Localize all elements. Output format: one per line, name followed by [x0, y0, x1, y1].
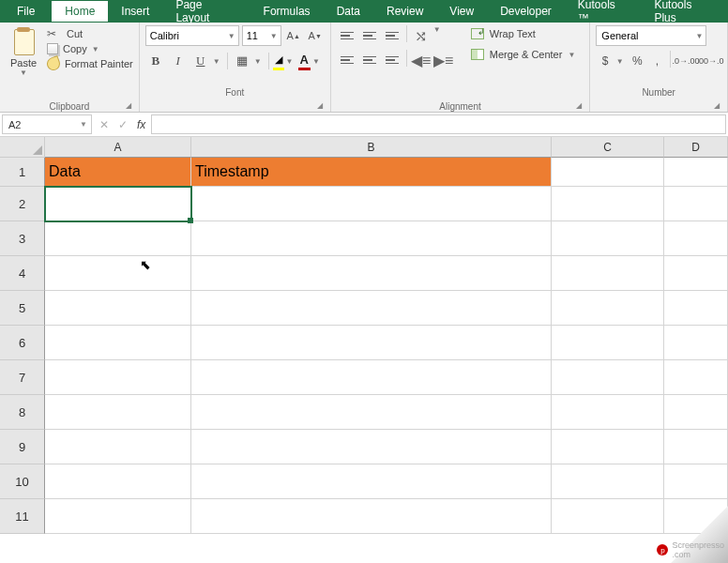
- tab-data[interactable]: Data: [324, 0, 373, 22]
- number-dialog-launcher[interactable]: ◢: [596, 101, 721, 110]
- cell-b5[interactable]: [191, 291, 552, 326]
- cell-d11[interactable]: [664, 499, 728, 534]
- cell-a1[interactable]: Data: [45, 158, 191, 187]
- cell-b10[interactable]: [191, 464, 552, 499]
- cell-a10[interactable]: [45, 464, 191, 499]
- orientation-button[interactable]: ⤭: [411, 25, 432, 46]
- alignment-dialog-launcher[interactable]: ◢: [337, 101, 584, 110]
- fx-button[interactable]: fx: [137, 118, 145, 131]
- row-header[interactable]: 9: [0, 430, 45, 464]
- row-header[interactable]: 2: [0, 187, 45, 221]
- chevron-down-icon[interactable]: ▼: [213, 57, 223, 66]
- chevron-down-icon[interactable]: ▼: [80, 120, 91, 129]
- align-left-button[interactable]: [337, 50, 357, 70]
- tab-kutools[interactable]: Kutools ™: [565, 0, 642, 22]
- increase-decimal-button[interactable]: .0→.00: [675, 51, 697, 71]
- italic-button[interactable]: I: [168, 51, 189, 71]
- row-header[interactable]: 8: [0, 395, 45, 430]
- font-dialog-launcher[interactable]: ◢: [145, 101, 325, 110]
- cell-a11[interactable]: [45, 499, 191, 534]
- cell-a6[interactable]: [45, 326, 191, 360]
- paste-button[interactable]: Paste ▼: [6, 25, 41, 99]
- cell-b3[interactable]: [191, 221, 552, 256]
- decrease-decimal-button[interactable]: .00→.0: [699, 51, 721, 71]
- chevron-down-icon[interactable]: ▼: [568, 51, 578, 59]
- chevron-down-icon[interactable]: ▼: [254, 57, 265, 66]
- row-header[interactable]: 3: [0, 221, 45, 256]
- align-top-button[interactable]: [337, 25, 357, 46]
- wrap-text-button[interactable]: Wrap Text: [465, 25, 584, 42]
- align-middle-button[interactable]: [359, 25, 380, 46]
- cell-c11[interactable]: [552, 499, 664, 534]
- comma-button[interactable]: ,: [648, 51, 666, 71]
- cell-b9[interactable]: [191, 430, 552, 464]
- row-header[interactable]: 7: [0, 360, 45, 395]
- clipboard-dialog-launcher[interactable]: ◢: [6, 101, 133, 110]
- font-name-select[interactable]: Calibri ▼: [145, 25, 239, 46]
- font-color-button[interactable]: A: [298, 52, 311, 70]
- cell-a4[interactable]: [45, 256, 191, 291]
- column-header-a[interactable]: A: [45, 137, 191, 158]
- tab-review[interactable]: Review: [373, 0, 436, 22]
- cell-c9[interactable]: [552, 430, 664, 464]
- decrease-indent-button[interactable]: ◀≡: [411, 50, 432, 70]
- chevron-down-icon[interactable]: ▼: [616, 57, 627, 66]
- column-header-d[interactable]: D: [664, 137, 728, 158]
- cancel-entry-button[interactable]: ✕: [99, 118, 109, 131]
- align-right-button[interactable]: [382, 50, 402, 70]
- percent-button[interactable]: %: [629, 51, 646, 71]
- align-bottom-button[interactable]: [382, 25, 402, 46]
- tab-view[interactable]: View: [436, 0, 487, 22]
- cell-c4[interactable]: [552, 256, 664, 291]
- cell-c10[interactable]: [552, 464, 664, 499]
- tab-formulas[interactable]: Formulas: [250, 0, 324, 22]
- cell-a8[interactable]: [45, 395, 191, 430]
- cut-button[interactable]: Cut: [47, 27, 133, 40]
- font-size-select[interactable]: 11 ▼: [242, 25, 281, 46]
- tab-developer[interactable]: Developer: [487, 0, 565, 22]
- tab-home[interactable]: Home: [52, 0, 108, 22]
- column-header-b[interactable]: B: [191, 137, 552, 158]
- number-format-select[interactable]: General ▼: [596, 25, 706, 46]
- cell-d3[interactable]: [664, 221, 728, 256]
- tab-insert[interactable]: Insert: [108, 0, 162, 22]
- row-header[interactable]: 10: [0, 464, 45, 499]
- row-header[interactable]: 6: [0, 326, 45, 360]
- tab-page-layout[interactable]: Page Layout: [162, 0, 250, 22]
- cell-d1[interactable]: [664, 158, 728, 187]
- cell-b4[interactable]: [191, 256, 552, 291]
- cell-d6[interactable]: [664, 326, 728, 360]
- column-header-c[interactable]: C: [552, 137, 664, 158]
- cell-b11[interactable]: [191, 499, 552, 534]
- cell-b6[interactable]: [191, 326, 552, 360]
- cell-d5[interactable]: [664, 291, 728, 326]
- cell-c1[interactable]: [552, 158, 664, 187]
- cell-c3[interactable]: [552, 221, 664, 256]
- name-box[interactable]: A2 ▼: [2, 114, 92, 134]
- cell-a9[interactable]: [45, 430, 191, 464]
- cell-c7[interactable]: [552, 360, 664, 395]
- bold-button[interactable]: B: [145, 51, 166, 71]
- row-header[interactable]: 11: [0, 499, 45, 534]
- row-header[interactable]: 1: [0, 158, 45, 187]
- increase-font-button[interactable]: A▲: [284, 26, 303, 45]
- copy-button[interactable]: Copy ▼: [47, 43, 133, 54]
- chevron-down-icon[interactable]: ▼: [92, 45, 102, 53]
- formula-input[interactable]: [151, 114, 726, 134]
- chevron-down-icon[interactable]: ▼: [433, 25, 444, 46]
- fill-color-button[interactable]: ◢: [273, 52, 284, 70]
- cell-d4[interactable]: [664, 256, 728, 291]
- borders-button[interactable]: ▦: [232, 51, 252, 71]
- cell-a3[interactable]: [45, 221, 191, 256]
- cell-b7[interactable]: [191, 360, 552, 395]
- cell-d2[interactable]: [664, 187, 728, 221]
- cell-d9[interactable]: [664, 430, 728, 464]
- cell-a5[interactable]: [45, 291, 191, 326]
- decrease-font-button[interactable]: A▼: [306, 26, 325, 45]
- tab-kutools-plus[interactable]: Kutools Plus: [641, 0, 728, 22]
- cell-c5[interactable]: [552, 291, 664, 326]
- cell-b2[interactable]: [191, 187, 552, 221]
- chevron-down-icon[interactable]: ▼: [20, 68, 27, 77]
- cell-a2[interactable]: [45, 187, 191, 221]
- tab-file[interactable]: File: [0, 0, 52, 22]
